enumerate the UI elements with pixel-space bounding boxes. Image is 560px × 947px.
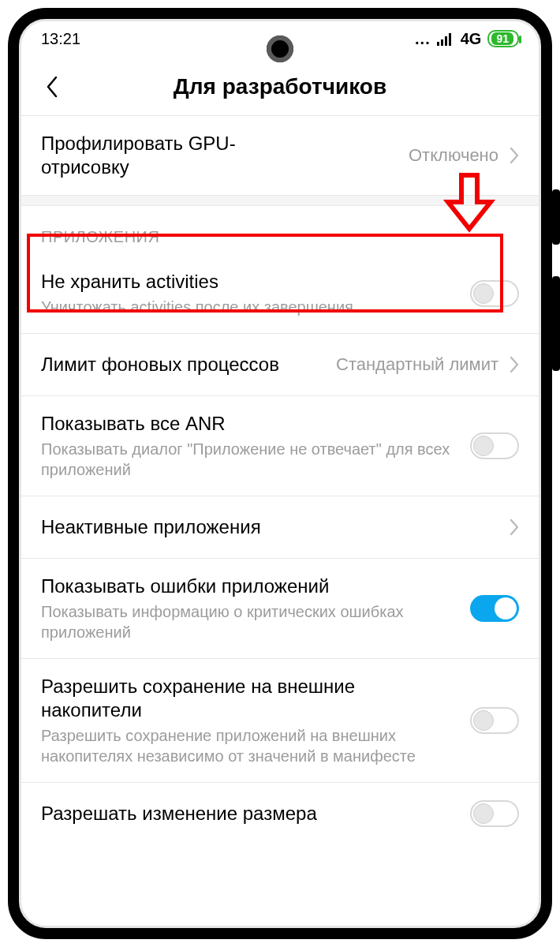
- row-title: Лимит фоновых процессов: [41, 353, 325, 376]
- chevron-right-icon: [510, 518, 519, 536]
- network-label: 4G: [461, 30, 482, 48]
- toggle-allow-resize[interactable]: [470, 800, 519, 827]
- phone-side-button: [552, 276, 560, 371]
- svg-rect-0: [437, 42, 439, 46]
- row-value: Отключено: [409, 145, 498, 166]
- row-show-all-anr[interactable]: Показывать все ANR Показывать диалог "Пр…: [19, 396, 541, 496]
- page-header: Для разработчиков: [19, 58, 541, 115]
- page-title: Для разработчиков: [174, 74, 386, 99]
- toggle-show-app-errors[interactable]: [470, 595, 519, 622]
- row-subtitle: Уничтожать activities после их завершени…: [41, 297, 459, 317]
- row-subtitle: Разрешить сохранение приложений на внешн…: [41, 725, 459, 766]
- row-value: Стандартный лимит: [336, 354, 498, 375]
- svg-rect-1: [441, 39, 443, 46]
- row-subtitle: Показывать информацию о критических ошиб…: [41, 601, 459, 642]
- row-title: Неактивные приложения: [41, 515, 498, 539]
- row-inactive-apps[interactable]: Неактивные приложения: [19, 496, 541, 558]
- row-gpu-profiling[interactable]: Профилировать GPU- отрисовку Отключено: [19, 116, 541, 195]
- section-header-apps: ПРИЛОЖЕНИЯ: [19, 206, 541, 254]
- svg-rect-3: [449, 33, 451, 46]
- settings-list: Профилировать GPU- отрисовку Отключено П…: [19, 116, 541, 844]
- row-title: Показывать все ANR: [41, 412, 459, 436]
- row-bg-process-limit[interactable]: Лимит фоновых процессов Стандартный лими…: [19, 334, 541, 395]
- chevron-right-icon: [510, 356, 519, 373]
- section-gap: [19, 195, 541, 206]
- phone-side-button: [552, 189, 560, 245]
- status-dots-icon: [415, 30, 431, 48]
- toggle-show-all-anr[interactable]: [470, 432, 519, 459]
- row-title: Разрешить сохранение на внешние накопите…: [41, 675, 459, 722]
- screen: 13:21 4G 91 Для разработчиков Профилиров…: [19, 19, 541, 928]
- row-allow-external-storage[interactable]: Разрешить сохранение на внешние накопите…: [19, 659, 541, 782]
- status-right: 4G 91: [415, 30, 519, 48]
- chevron-left-icon: [45, 75, 59, 99]
- row-title: Разрешать изменение размера: [41, 802, 459, 825]
- row-title: Показывать ошибки приложений: [41, 575, 459, 598]
- row-show-app-errors[interactable]: Показывать ошибки приложений Показывать …: [19, 559, 541, 658]
- back-button[interactable]: [36, 71, 68, 103]
- battery-icon: 91: [487, 30, 519, 47]
- status-time: 13:21: [41, 30, 80, 48]
- row-title: Профилировать GPU- отрисовку: [41, 132, 398, 179]
- row-subtitle: Показывать диалог "Приложение не отвечае…: [41, 439, 459, 480]
- battery-level: 91: [491, 32, 513, 45]
- row-allow-resize[interactable]: Разрешать изменение размера: [19, 783, 541, 844]
- toggle-allow-external-storage[interactable]: [470, 707, 519, 734]
- toggle-dont-keep-activities[interactable]: [470, 280, 519, 307]
- signal-icon: [437, 32, 454, 46]
- row-title: Не хранить activities: [41, 270, 459, 294]
- row-dont-keep-activities[interactable]: Не хранить activities Уничтожать activit…: [19, 254, 541, 333]
- svg-rect-2: [445, 36, 447, 46]
- phone-camera: [267, 36, 293, 62]
- chevron-right-icon: [510, 147, 519, 164]
